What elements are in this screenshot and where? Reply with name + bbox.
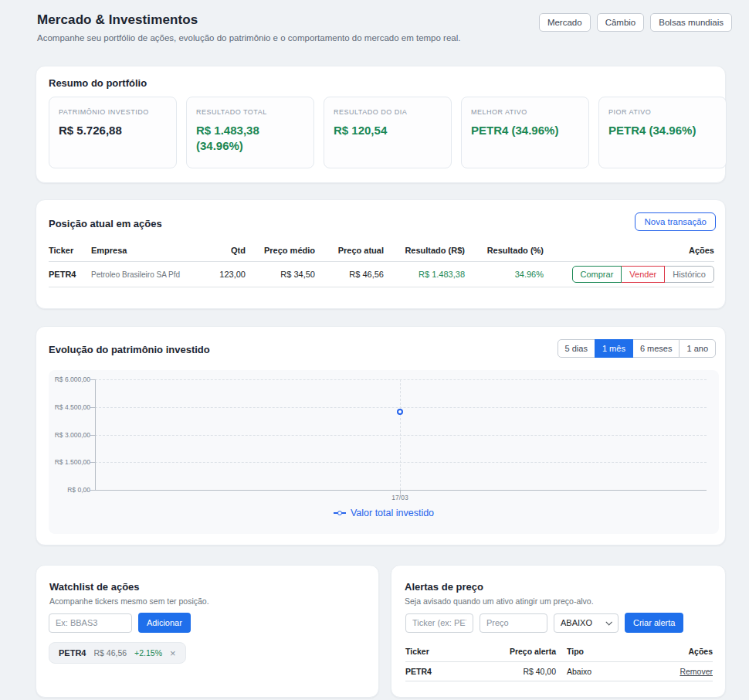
stats-row: PATRIMÔNIO INVESTIDO R$ 5.726,88 RESULTA… <box>49 97 727 168</box>
watchlist-ticker-input[interactable] <box>49 613 132 633</box>
x-tick-label: 17/03 <box>381 494 419 501</box>
nav-button-cambio[interactable]: Câmbio <box>597 13 645 32</box>
page-header: Mercado & Investimentos Acompanhe seu po… <box>37 12 460 42</box>
y-tick-label: R$ 4.500,00 <box>53 403 90 411</box>
remove-alert-link[interactable]: Remover <box>680 667 713 676</box>
stat-resultado-total: RESULTADO TOTAL R$ 1.483,38 (34.96%) <box>186 97 314 168</box>
col-ticker: Ticker <box>405 647 467 656</box>
stat-pior-ativo: PIOR ATIVO PETR4 (34.96%) <box>598 97 727 168</box>
legend-label: Valor total investido <box>351 508 434 518</box>
alert-type-select[interactable]: ABAIXO <box>554 613 619 633</box>
watchlist-item-price: R$ 46,56 <box>93 648 127 658</box>
y-tick <box>90 435 95 436</box>
watchlist-add-button[interactable]: Adicionar <box>138 613 191 633</box>
x-axis <box>95 490 707 491</box>
legend-line-icon <box>334 510 346 516</box>
positions-table-header: Ticker Empresa Qtd Preço médio Preço atu… <box>49 241 714 262</box>
watchlist-item: PETR4 R$ 46,56 +2.15% × <box>49 642 186 664</box>
header-nav: Mercado Câmbio Bolsas mundiais <box>539 13 732 32</box>
price-alerts-card: Alertas de preço Seja avisado quando um … <box>391 565 726 698</box>
y-tick-label: R$ 0,00 <box>53 486 90 494</box>
gridline-vertical <box>400 379 401 490</box>
watchlist-title: Watchlist de ações <box>49 581 140 593</box>
range-button-1-ano[interactable]: 1 ano <box>679 339 716 358</box>
watchlist-subtitle: Acompanhe tickers mesmo sem ter posição. <box>49 596 209 606</box>
gridline <box>95 462 707 463</box>
portfolio-summary-card: Resumo do portfólio PATRIMÔNIO INVESTIDO… <box>36 66 726 183</box>
y-tick-label: R$ 3.000,00 <box>53 431 90 439</box>
new-transaction-button[interactable]: Nova transação <box>635 212 716 231</box>
positions-card: Posição atual em ações Nova transação Ti… <box>36 199 726 309</box>
y-axis <box>95 379 96 490</box>
chevron-down-icon <box>605 619 612 625</box>
nav-button-mercado[interactable]: Mercado <box>539 13 591 32</box>
col-resultado-pct: Resultado (%) <box>465 246 544 255</box>
cell-resultado-pct: 34.96% <box>465 270 544 279</box>
stat-label: PIOR ATIVO <box>608 108 717 116</box>
col-preco-medio: Preço médio <box>246 246 315 255</box>
alert-price-input[interactable] <box>480 613 547 633</box>
buy-button[interactable]: Comprar <box>572 266 622 283</box>
y-tick <box>90 379 95 380</box>
close-icon[interactable]: × <box>170 648 176 658</box>
y-tick-label: R$ 1.500,00 <box>53 458 90 466</box>
cell-resultado-brl: R$ 1.483,38 <box>384 270 465 279</box>
chart-title: Evolução do patrimônio investido <box>49 344 210 355</box>
range-button-6-meses[interactable]: 6 meses <box>632 339 680 358</box>
cell-tipo: Abaixo <box>556 667 610 676</box>
stat-label: RESULTADO DO DIA <box>334 108 442 116</box>
range-button-5-dias[interactable]: 5 dias <box>558 339 595 358</box>
line-chart: R$ 6.000,00 R$ 4.500,00 R$ 3.000,00 R$ 1… <box>49 370 719 534</box>
col-tipo: Tipo <box>556 647 610 656</box>
col-preco-atual: Preço atual <box>315 246 384 255</box>
create-alert-button[interactable]: Criar alerta <box>625 613 683 633</box>
history-button[interactable]: Histórico <box>664 266 714 283</box>
cell-empresa: Petroleo Brasileiro SA Pfd <box>91 270 199 279</box>
gridline <box>95 435 707 436</box>
nav-button-bolsas-mundiais[interactable]: Bolsas mundiais <box>650 13 732 32</box>
gridline <box>95 407 707 408</box>
page-subtitle: Acompanhe seu portfólio de ações, evoluç… <box>37 33 460 42</box>
table-row: PETR4 Petroleo Brasileiro SA Pfd 123,00 … <box>49 262 714 287</box>
alert-ticker-input[interactable] <box>405 613 473 633</box>
sell-button[interactable]: Vender <box>621 266 665 283</box>
y-tick-label: R$ 6.000,00 <box>53 375 90 383</box>
stat-value: R$ 120,54 <box>334 123 442 138</box>
cell-preco-alerta: R$ 40,00 <box>467 667 556 676</box>
y-tick <box>90 462 95 463</box>
stat-label: RESULTADO TOTAL <box>196 108 304 116</box>
positions-table: Ticker Empresa Qtd Preço médio Preço atu… <box>49 241 714 287</box>
y-tick <box>90 407 95 408</box>
stat-label: MELHOR ATIVO <box>471 108 579 116</box>
page-title: Mercado & Investimentos <box>37 12 460 28</box>
col-preco-alerta: Preço alerta <box>467 647 556 656</box>
col-acoes: Ações <box>544 246 714 255</box>
chart-data-point[interactable] <box>397 409 403 415</box>
table-row: PETR4 R$ 40,00 Abaixo Remover <box>405 662 713 681</box>
alert-type-selected: ABAIXO <box>561 618 592 627</box>
cell-qtd: 123,00 <box>199 270 246 279</box>
positions-title: Posição atual em ações <box>49 218 162 229</box>
equity-evolution-card: Evolução do patrimônio investido 5 dias … <box>36 326 726 545</box>
alerts-table-header: Ticker Preço alerta Tipo Ações <box>405 643 713 662</box>
col-qtd: Qtd <box>199 246 246 255</box>
cell-preco-atual: R$ 46,56 <box>315 270 384 279</box>
watchlist-card: Watchlist de ações Acompanhe tickers mes… <box>36 565 379 698</box>
y-tick <box>90 490 95 491</box>
alerts-controls: ABAIXO Criar alerta <box>405 613 683 633</box>
col-empresa: Empresa <box>91 246 199 255</box>
stat-value: PETR4 (34.96%) <box>471 123 579 138</box>
stat-value: R$ 1.483,38 (34.96%) <box>196 123 304 155</box>
gridline <box>95 379 707 380</box>
cell-preco-medio: R$ 34,50 <box>246 270 315 279</box>
alerts-subtitle: Seja avisado quando um ativo atingir um … <box>405 596 594 606</box>
stat-value: R$ 5.726,88 <box>59 123 167 138</box>
col-ticker: Ticker <box>49 246 91 255</box>
row-action-group: Comprar Vender Histórico <box>572 266 714 283</box>
chart-legend[interactable]: Valor total investido <box>49 508 719 518</box>
cell-ticker: PETR4 <box>405 667 467 676</box>
summary-title: Resumo do portfólio <box>49 77 147 89</box>
stat-resultado-do-dia: RESULTADO DO DIA R$ 120,54 <box>324 97 452 168</box>
range-button-1-mes[interactable]: 1 mês <box>595 339 633 358</box>
alerts-title: Alertas de preço <box>405 581 483 593</box>
